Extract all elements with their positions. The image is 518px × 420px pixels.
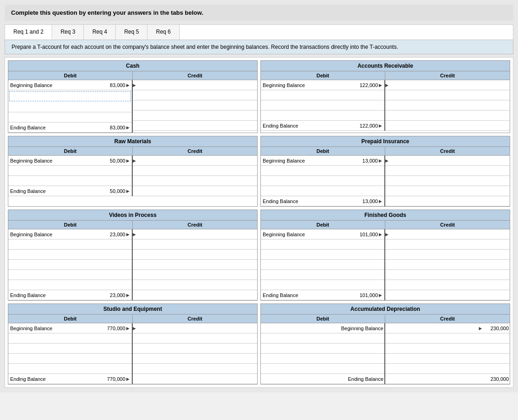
- cash-ending-arrow: ▶: [126, 125, 132, 130]
- tab-req6[interactable]: Req 6: [147, 25, 179, 40]
- accounts-grid: Cash Debit Credit Beginning Balance 83,0…: [5, 57, 513, 388]
- prepaid-cr-blank3: [385, 186, 510, 196]
- cash-blank1: [8, 102, 132, 112]
- studio-headers: Debit Credit: [8, 315, 257, 323]
- cash-beginning-value: 83,000: [101, 82, 126, 89]
- prepaid-body: Beginning Balance 13,000 ▶ Ending Balanc…: [261, 156, 510, 206]
- instruction-bar: Complete this question by entering your …: [5, 5, 513, 21]
- cash-ending-row: Ending Balance 83,000 ▶: [8, 122, 132, 133]
- fg-beginning-label: Beginning Balance: [261, 231, 353, 238]
- fg-cr-row1: ▶: [385, 229, 510, 239]
- rawmat-beginning-row: Beginning Balance 50,000 ▶: [8, 156, 132, 166]
- fg-body: Beginning Balance 101,000 ▶ Ending Balan…: [261, 229, 510, 300]
- cash-debit-col: Beginning Balance 83,000 ▶ Ending Balanc…: [8, 80, 133, 133]
- studio-blank4: [8, 364, 132, 374]
- rawmat-credit-header: Credit: [133, 147, 257, 155]
- fg-blank3: [261, 260, 384, 270]
- studio-ending-arrow: ▶: [126, 377, 132, 381]
- rawmat-blank2: [8, 176, 132, 186]
- vip-body: Beginning Balance 23,000 ▶ Ending Balanc…: [8, 229, 257, 300]
- accdep-dr-ending: Ending Balance: [261, 374, 384, 384]
- instruction-text: Complete this question by entering your …: [11, 9, 203, 16]
- studio-cr-ending: [133, 374, 257, 384]
- fg-cr-arrow1: ▶: [385, 232, 391, 237]
- accdep-cr-beginning-arrow: ▶: [479, 326, 484, 331]
- accdep-dr-ending-label: Ending Balance: [347, 375, 384, 383]
- rawmat-credit-col: ▶: [133, 156, 257, 196]
- prepaid-ending-value: 13,000: [353, 198, 379, 205]
- fg-blank4: [261, 270, 384, 280]
- studio-ending-row: Ending Balance 770,000 ▶: [8, 374, 132, 384]
- accdep-headers: Debit Credit: [261, 315, 510, 323]
- accdep-cr-ending-value: 230,000: [484, 375, 510, 383]
- studio-cr-arrow1: ▶: [133, 326, 138, 331]
- tab-req5[interactable]: Req 5: [116, 25, 147, 40]
- ar-beginning-label: Beginning Balance: [261, 82, 353, 89]
- vip-cr-blank5: [133, 280, 257, 290]
- accdep-title: Accumulated Depreciation: [261, 304, 510, 315]
- tab-req1and2[interactable]: Req 1 and 2: [5, 25, 52, 40]
- vip-title: Videos in Process: [8, 210, 257, 221]
- accdep-credit-col: ▶ 230,000 230,000: [385, 323, 510, 384]
- cash-dotted-row: [9, 91, 131, 101]
- prepaid-beginning-row: Beginning Balance 13,000 ▶: [261, 156, 384, 166]
- fg-ending-value: 101,000: [353, 292, 379, 299]
- vip-cr-blank2: [133, 250, 257, 260]
- fg-cr-blank2: [385, 250, 510, 260]
- sub-instruction: Prepare a T-account for each account on …: [5, 40, 513, 54]
- t-account-cash: Cash Debit Credit Beginning Balance 83,0…: [8, 60, 258, 133]
- vip-cr-blank1: [133, 239, 257, 250]
- rawmat-ending-row: Ending Balance 50,000 ▶: [8, 186, 132, 196]
- ar-credit-col: ▶: [385, 80, 510, 131]
- vip-ending-row: Ending Balance 23,000 ▶: [8, 290, 132, 300]
- accdep-cr-blank4: [385, 364, 510, 374]
- prepaid-cr-row1: ▶: [385, 156, 510, 166]
- fg-ending-arrow: ▶: [379, 293, 384, 298]
- accdep-cr-blank1: [385, 333, 510, 344]
- ar-body: Beginning Balance 122,000 ▶ Ending Balan…: [261, 80, 510, 131]
- accdep-dr-beginning: Beginning Balance: [261, 323, 384, 333]
- accdep-cr-ending-row: 230,000: [385, 374, 510, 384]
- studio-blank1: [8, 333, 132, 344]
- ar-blank1: [261, 90, 384, 100]
- t-account-fg: Finished Goods Debit Credit Beginning Ba…: [260, 210, 510, 301]
- vip-credit-header: Credit: [133, 221, 257, 229]
- fg-blank2: [261, 250, 384, 260]
- fg-beginning-value: 101,000: [353, 231, 379, 238]
- cash-credit-header: Credit: [133, 71, 257, 80]
- fg-ending-row: Ending Balance 101,000 ▶: [261, 290, 384, 300]
- ar-cr-blank3: [385, 111, 510, 121]
- cash-cr-blank1: [133, 90, 257, 100]
- vip-blank5: [8, 280, 132, 290]
- cash-cr-arrow1: ▶: [133, 83, 138, 88]
- vip-blank4: [8, 270, 132, 280]
- prepaid-blank2: [261, 176, 384, 186]
- accdep-cr-blank3: [385, 354, 510, 364]
- cash-cr-blank2: [133, 100, 257, 111]
- studio-beginning-row: Beginning Balance 770,000 ▶: [8, 323, 132, 333]
- vip-beginning-arrow: ▶: [126, 232, 132, 237]
- accdep-dr-blank2: [261, 344, 384, 354]
- accdep-dr-beginning-label: Beginning Balance: [340, 325, 384, 332]
- accdep-dr-blank1: [261, 333, 384, 344]
- ar-blank3: [261, 111, 384, 121]
- ar-cr-blank1: [385, 90, 510, 100]
- prepaid-cr-blank1: [385, 166, 510, 176]
- rawmat-ending-label: Ending Balance: [8, 187, 101, 195]
- fg-beginning-row: Beginning Balance 101,000 ▶: [261, 229, 384, 239]
- studio-body: Beginning Balance 770,000 ▶ Ending Balan…: [8, 323, 257, 384]
- vip-debit-col: Beginning Balance 23,000 ▶ Ending Balanc…: [8, 229, 133, 300]
- studio-blank3: [8, 354, 132, 364]
- fg-cr-ending: [385, 290, 510, 300]
- tab-req3[interactable]: Req 3: [52, 25, 84, 40]
- prepaid-beginning-label: Beginning Balance: [261, 157, 353, 164]
- ar-blank2: [261, 100, 384, 111]
- cash-ending-value: 83,000: [101, 124, 126, 131]
- tab-req4[interactable]: Req 4: [84, 25, 116, 40]
- rawmat-debit-col: Beginning Balance 50,000 ▶ Ending Balanc…: [8, 156, 133, 196]
- prepaid-ending-label: Ending Balance: [261, 198, 353, 205]
- ar-ending-label: Ending Balance: [261, 122, 353, 129]
- cash-ending-label: Ending Balance: [8, 124, 101, 131]
- vip-beginning-row: Beginning Balance 23,000 ▶: [8, 229, 132, 239]
- accdep-cr-beginning-value: 230,000: [484, 325, 510, 332]
